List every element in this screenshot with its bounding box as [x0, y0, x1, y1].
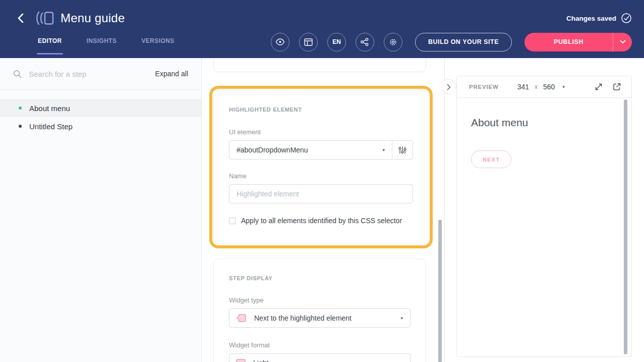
app-window: Menu guide Changes saved EDITOR INSIGHTS…: [0, 0, 644, 362]
preview-title: PREVIEW: [469, 84, 499, 90]
dropdown-caret-icon: ▾: [400, 316, 410, 321]
language-label: EN: [332, 38, 341, 45]
ui-element-value: #aboutDropdownMenu: [229, 146, 382, 154]
steps-sidebar: Expand all About menu Untitled Step: [0, 58, 202, 362]
highlighted-element-card: HIGHLIGHTED ELEMENT UI element #aboutDro…: [213, 90, 429, 244]
element-settings-button[interactable]: [392, 146, 413, 154]
step-dot: [19, 125, 22, 128]
editor-scrollbar-thumb[interactable]: [438, 220, 442, 362]
section-title-highlighted-element: HIGHLIGHTED ELEMENT: [229, 107, 413, 113]
sliders-icon: [398, 146, 406, 154]
apply-to-all-checkbox-row[interactable]: Apply to all elements identified by this…: [229, 217, 413, 225]
publish-button-group: PUBLISH: [524, 33, 632, 51]
preview-height-value: 560: [543, 83, 555, 91]
preview-width-value: 341: [517, 83, 529, 91]
share-icon: [361, 38, 369, 46]
back-button[interactable]: [14, 12, 27, 25]
tab-editor[interactable]: EDITOR: [38, 37, 62, 46]
preview-eye-button[interactable]: [271, 33, 289, 51]
preview-panel: PREVIEW 341 x 560 ▾: [445, 58, 644, 362]
preview-card: PREVIEW 341 x 560 ▾: [456, 76, 632, 357]
widget-type-value: Next to the highlighted element: [247, 314, 400, 322]
fullscreen-resize-button[interactable]: [594, 82, 603, 91]
preview-next-button[interactable]: NEXT: [471, 150, 511, 168]
search-step-input[interactable]: [29, 70, 155, 78]
highlighted-element-ring: HIGHLIGHTED ELEMENT UI element #aboutDro…: [209, 86, 433, 248]
guide-logo-icon: [35, 11, 54, 26]
tab-insights[interactable]: INSIGHTS: [87, 37, 117, 46]
step-list: About menu Untitled Step: [0, 99, 201, 135]
tooltip-bubble-icon: [236, 314, 247, 323]
section-title-step-display: STEP DISPLAY: [229, 275, 411, 281]
widget-format-icon: [236, 359, 246, 362]
external-link-icon: [612, 82, 621, 91]
ui-element-label: UI element: [229, 128, 413, 136]
back-chevron-icon: [17, 13, 25, 24]
eye-icon: [275, 38, 285, 45]
widget-type-select[interactable]: Next to the highlighted element ▾: [229, 308, 411, 328]
highlighted-element-name-input[interactable]: [229, 184, 413, 203]
check-circle-icon: [621, 13, 632, 24]
name-label: Name: [229, 172, 413, 180]
widget-format-select[interactable]: Light ▾: [229, 353, 411, 362]
preview-scrollbar-thumb[interactable]: [624, 99, 627, 354]
language-button[interactable]: EN: [327, 33, 346, 51]
settings-button[interactable]: [384, 33, 402, 51]
preview-step-title: About menu: [471, 117, 631, 129]
step-display-card: STEP DISPLAY Widget type Next to the hig…: [213, 258, 426, 362]
share-button[interactable]: [356, 33, 374, 51]
tab-versions[interactable]: VERSIONS: [141, 37, 174, 46]
step-item-about-menu[interactable]: About menu: [0, 99, 201, 117]
previous-settings-card: [213, 58, 426, 72]
changes-saved-status: Changes saved: [566, 15, 616, 22]
layout-button[interactable]: [299, 33, 318, 51]
dropdown-caret-icon: ▾: [562, 84, 565, 89]
build-on-your-site-button[interactable]: BUILD ON YOUR SITE: [415, 33, 512, 51]
page-title: Menu guide: [61, 11, 125, 25]
apply-to-all-checkbox[interactable]: [229, 218, 236, 224]
editor-panel: HIGHLIGHTED ELEMENT UI element #aboutDro…: [202, 58, 445, 362]
expand-all-link[interactable]: Expand all: [155, 70, 188, 78]
dropdown-caret-icon: ▾: [382, 147, 392, 152]
publish-dropdown-button[interactable]: [613, 33, 632, 51]
apply-to-all-label: Apply to all elements identified by this…: [241, 217, 402, 225]
step-dot: [19, 107, 22, 110]
collapse-preview-button[interactable]: [441, 79, 456, 94]
chevron-down-icon: [620, 40, 626, 44]
ui-element-select[interactable]: #aboutDropdownMenu ▾: [229, 140, 413, 160]
diagonal-arrows-icon: [594, 82, 603, 91]
widget-type-label: Widget type: [229, 296, 411, 304]
search-icon: [13, 70, 22, 78]
preview-size-separator: x: [535, 83, 538, 90]
step-item-untitled-step[interactable]: Untitled Step: [0, 117, 201, 135]
panel-layout-icon: [304, 38, 313, 46]
gear-icon: [389, 38, 397, 46]
publish-button[interactable]: PUBLISH: [524, 33, 613, 51]
top-navbar: Menu guide Changes saved EDITOR INSIGHTS…: [0, 0, 644, 58]
editor-tabs: EDITOR INSIGHTS VERSIONS: [38, 37, 174, 46]
widget-format-value: Light: [246, 359, 400, 362]
preview-size-selector[interactable]: 341 x 560 ▾: [517, 83, 565, 91]
open-external-button[interactable]: [612, 82, 621, 91]
widget-format-label: Widget format: [229, 341, 411, 349]
chevron-right-icon: [447, 84, 451, 90]
